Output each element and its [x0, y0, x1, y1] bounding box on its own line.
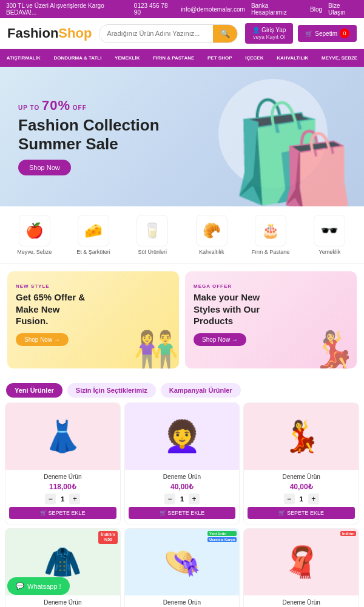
cat-item-5[interactable]: 🕶️ Yemeklik [300, 215, 359, 255]
nav-item-5[interactable]: PET SHOP [205, 49, 234, 67]
product-img-4: 👒 Yeni Ürün Ücretsiz Kargo [125, 529, 240, 595]
qty-minus-2[interactable]: − [284, 493, 295, 504]
logo-black: Fashion [7, 25, 58, 41]
product-img-2: 💃 [244, 403, 359, 470]
search-input[interactable] [99, 26, 213, 41]
cat-label-4: Fırın & Pastane [252, 249, 290, 255]
qty-minus-0[interactable]: − [45, 493, 56, 504]
product-name-1: Deneme Ürün [129, 473, 236, 480]
tab-campaign[interactable]: Kampanyalı Ürünler [161, 383, 241, 398]
cat-label-3: Kahvaltılık [199, 249, 224, 255]
product-price-0: 118,00₺ [9, 483, 116, 491]
product-tabs: Yeni Ürünler Sizin İçin Seçtiklerimiz Ka… [0, 376, 364, 402]
hero-text: UP TO 70% OFF Fashion Collection Summer … [18, 98, 160, 175]
promo-title-1: Get 65% Offer & Make New Fusion. [16, 291, 89, 327]
contact-text: Bize Ulaşın [328, 2, 358, 16]
product-name-4: Deneme Ürün [129, 599, 236, 606]
cat-icon-0: 🍎 [19, 215, 50, 246]
qty-row-1: − 1 + [129, 493, 236, 504]
tab-new-products[interactable]: Yeni Ürünler [6, 383, 62, 398]
logo-yellow: Shop [58, 25, 92, 41]
qty-row-2: − 1 + [248, 493, 355, 504]
nav-item-4[interactable]: FIRIN & PASTANE [150, 49, 197, 67]
category-row: 🍎 Meyve, Sebze 🧀 Et & Şarküteri 🥛 Süt Ür… [0, 206, 364, 264]
whatsapp-label: Whatsapp ! [27, 583, 61, 590]
whatsapp-icon: 💬 [16, 582, 24, 590]
product-info-0: Deneme Ürün 118,00₺ − 1 + 🛒 SEPETE EKLE [5, 470, 120, 524]
product-name-0: Deneme Ürün [9, 473, 116, 480]
nav-item-7[interactable]: KAHVALTILIK [274, 49, 311, 67]
search-button[interactable]: 🔍 [213, 25, 237, 42]
qty-val-1: 1 [180, 495, 184, 503]
product-name-3: Deneme Ürün [9, 599, 116, 606]
cat-item-2[interactable]: 🥛 Süt Ürünleri [123, 215, 182, 255]
cat-icon-2: 🥛 [136, 215, 168, 246]
qty-row-0: − 1 + [9, 493, 116, 504]
search-bar[interactable]: 🔍 [99, 24, 238, 43]
cat-item-3[interactable]: 🥐 Kahvaltılık [182, 215, 241, 255]
add-to-cart-0[interactable]: 🛒 SEPETE EKLE [9, 507, 116, 519]
nav-item-3[interactable]: YEMEKLİK [112, 49, 142, 67]
product-card-5: 🧣 İndirim Deneme Ürün 710,00₺ 500,00₺ − … [243, 528, 359, 607]
product-img-1: 👩‍🦱 [125, 403, 240, 470]
product-name-5: Deneme Ürün [248, 599, 355, 606]
cat-icon-5: 🕶️ [314, 215, 345, 246]
product-card-3: 🧥 İndirim %50 Deneme Ürün 40,00₺ 20,00₺ … [5, 528, 121, 607]
cart-button[interactable]: 🛒 Sepetim 0 [298, 25, 357, 42]
product-info-5: Deneme Ürün 710,00₺ 500,00₺ − 1 + 🛒 SEPE… [244, 595, 359, 607]
cat-item-4[interactable]: 🎂 Fırın & Pastane [241, 215, 300, 255]
top-bar-right: 0123 456 78 90 info@demotemalar.com Bank… [134, 2, 358, 16]
promo-badge-1: NEW STYLE [16, 283, 170, 289]
cat-icon-4: 🎂 [255, 215, 286, 246]
nav-item-8[interactable]: MEYVE, SEBZE [319, 49, 360, 67]
bank-text: Banka Hesaplarımız [251, 2, 304, 16]
product-card-2: 💃 Deneme Ürün 40,00₺ − 1 + 🛒 SEPETE EKLE [243, 402, 359, 524]
cat-item-1[interactable]: 🧀 Et & Şarküteri [64, 215, 123, 255]
cat-label-2: Süt Ürünleri [138, 249, 167, 255]
product-info-3: Deneme Ürün 40,00₺ 20,00₺ − 1 + 🛒 SEPETE… [5, 595, 120, 607]
product-info-1: Deneme Ürün 40,00₺ − 1 + 🛒 SEPETE EKLE [125, 470, 240, 524]
login-button[interactable]: 👤 Giriş Yap veya Kayıt Ol [245, 23, 293, 44]
add-to-cart-1[interactable]: 🛒 SEPETE EKLE [129, 507, 236, 519]
cat-icon-3: 🥐 [196, 215, 228, 246]
cat-label-0: Meyve, Sebze [17, 249, 52, 255]
hero-shop-button[interactable]: Shop Now [18, 160, 71, 175]
promo-title-2: Make your New Styles with Our Products [194, 291, 266, 327]
product-price-2: 40,00₺ [248, 483, 355, 491]
nav-item-1[interactable]: ATIŞTIRMALİK [4, 49, 43, 67]
nav-item-2[interactable]: DONDURMA & TATLI [51, 49, 104, 67]
hero-title: Fashion Collection Summer Sale [18, 116, 160, 154]
qty-plus-0[interactable]: + [69, 493, 80, 504]
promo-text: 300 TL ve Üzeri Alışverişlerde Kargo BED… [6, 2, 134, 16]
whatsapp-button[interactable]: 💬 Whatsapp ! [7, 577, 70, 595]
cat-label-5: Yemeklik [318, 249, 340, 255]
cat-item-0[interactable]: 🍎 Meyve, Sebze [5, 215, 64, 255]
promo-row: NEW STYLE Get 65% Offer & Make New Fusio… [0, 264, 364, 376]
cat-icon-1: 🧀 [78, 215, 109, 246]
promo-shop-btn-1[interactable]: Shop Now → [16, 333, 69, 346]
add-to-cart-2[interactable]: 🛒 SEPETE EKLE [248, 507, 355, 519]
phone-text: 0123 456 78 90 [134, 2, 175, 16]
product-info-2: Deneme Ürün 40,00₺ − 1 + 🛒 SEPETE EKLE [244, 470, 359, 524]
nav-item-6[interactable]: İÇECEK [243, 49, 266, 67]
top-bar-left: 300 TL ve Üzeri Alışverişlerde Kargo BED… [6, 2, 134, 16]
product-name-2: Deneme Ürün [248, 473, 355, 480]
product-badge-3: İndirim %50 [98, 531, 117, 544]
promo-card-1: NEW STYLE Get 65% Offer & Make New Fusio… [7, 271, 179, 368]
logo: FashionShop [7, 25, 92, 41]
product-price-1: 40,00₺ [129, 483, 236, 491]
qty-minus-1[interactable]: − [164, 493, 175, 504]
cat-label-1: Et & Şarküteri [76, 249, 110, 255]
email-text: info@demotemalar.com [181, 6, 245, 13]
product-img-5: 🧣 İndirim [244, 529, 359, 595]
promo-shop-btn-2[interactable]: Shop Now → [194, 333, 246, 346]
tab-for-you[interactable]: Sizin İçin Seçtiklerimiz [67, 383, 156, 398]
promo-badge-2: Mega OFFER [194, 283, 348, 289]
product-card-1: 👩‍🦱 Deneme Ürün 40,00₺ − 1 + 🛒 SEPETE EK… [124, 402, 240, 524]
qty-val-2: 1 [300, 495, 303, 503]
hero-figure: 🛍️ [229, 103, 358, 206]
product-grid-row1: 👗 Deneme Ürün 118,00₺ − 1 + 🛒 SEPETE EKL… [0, 402, 364, 607]
qty-plus-2[interactable]: + [308, 493, 319, 504]
main-nav: ATIŞTIRMALİK DONDURMA & TATLI YEMEKLİK F… [0, 49, 364, 67]
qty-plus-1[interactable]: + [189, 493, 200, 504]
